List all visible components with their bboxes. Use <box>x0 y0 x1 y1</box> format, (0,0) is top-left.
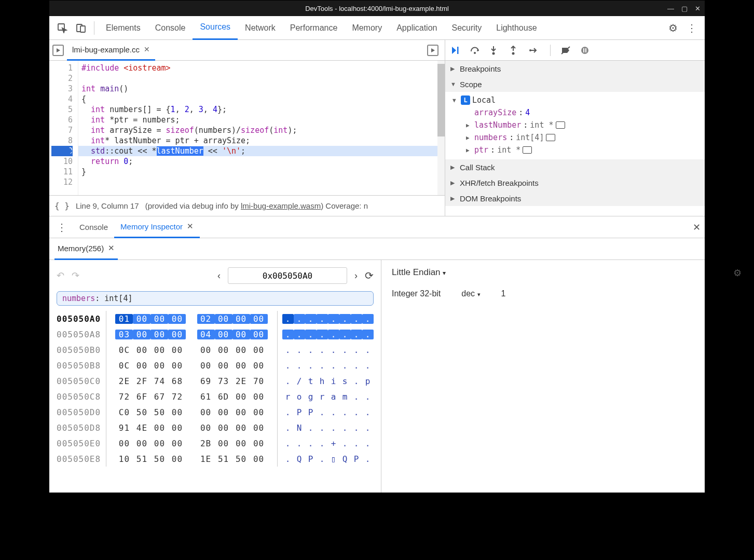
main-tab-memory[interactable]: Memory <box>345 16 389 40</box>
close-file-icon[interactable]: ✕ <box>144 45 150 53</box>
more-menu-icon[interactable]: ⋮ <box>683 19 701 37</box>
endianness-select[interactable]: Little Endian ▾ <box>392 267 446 278</box>
memory-address-input[interactable] <box>228 267 347 284</box>
window-minimize-button[interactable]: — <box>667 5 674 12</box>
drawer-tabstrip: ⋮ ConsoleMemory Inspector✕ ✕ <box>49 216 705 238</box>
svg-rect-2 <box>80 26 85 32</box>
main-tab-sources[interactable]: Sources <box>193 16 238 40</box>
svg-rect-10 <box>583 48 584 52</box>
main-tabstrip: ElementsConsoleSourcesNetworkPerformance… <box>49 16 705 40</box>
editor-scrollbar[interactable] <box>437 61 445 195</box>
navigator-toggle-icon[interactable] <box>52 45 64 56</box>
svg-point-4 <box>474 52 476 54</box>
drawer-tab-memory-inspector[interactable]: Memory Inspector✕ <box>114 216 200 238</box>
accordion-dom-breakpoints[interactable]: ▶DOM Breakpoints <box>445 190 705 206</box>
debugger-toolbar <box>445 40 705 61</box>
svg-point-7 <box>529 49 531 51</box>
drawer-more-icon[interactable]: ⋮ <box>53 221 70 234</box>
code-editor[interactable]: 123456789101112 #include <iostream>int m… <box>49 61 445 195</box>
accordion-breakpoints[interactable]: ▶Breakpoints <box>445 61 705 76</box>
window-titlebar: DevTools - localhost:4000/lmi-bug-exampl… <box>49 1 705 16</box>
reveal-in-memory-icon[interactable] <box>546 134 555 141</box>
svg-point-6 <box>512 52 515 54</box>
page-next-icon[interactable]: › <box>354 270 358 281</box>
step-into-icon[interactable] <box>490 46 500 55</box>
main-tab-console[interactable]: Console <box>148 16 193 40</box>
memory-buffer-tab[interactable]: Memory(256) ✕ <box>54 238 118 260</box>
svg-point-5 <box>492 52 495 54</box>
main-tab-lighthouse[interactable]: Lighthouse <box>489 16 544 40</box>
close-drawer-tab-icon[interactable]: ✕ <box>187 222 194 231</box>
pause-on-exceptions-icon[interactable] <box>581 46 591 54</box>
window-maximize-button[interactable]: ▢ <box>681 5 688 12</box>
step-out-icon[interactable] <box>510 46 520 55</box>
hex-viewer[interactable]: 005050A00100000002000000........005050A8… <box>57 311 374 467</box>
window-close-button[interactable]: ✕ <box>695 5 701 12</box>
step-over-icon[interactable] <box>470 46 481 54</box>
accordion-call-stack[interactable]: ▶Call Stack <box>445 159 705 175</box>
deactivate-breakpoints-icon[interactable] <box>561 46 571 54</box>
window-title: DevTools - localhost:4000/lmi-bug-exampl… <box>305 5 449 12</box>
main-tab-network[interactable]: Network <box>238 16 283 40</box>
close-memory-tab-icon[interactable]: ✕ <box>108 243 115 253</box>
main-tab-application[interactable]: Application <box>389 16 444 40</box>
source-file-tab[interactable]: lmi-bug-example.cc ✕ <box>67 40 155 61</box>
svg-rect-11 <box>585 48 586 52</box>
history-fwd-icon[interactable]: ↷ <box>72 270 79 281</box>
scope-var-arraySize[interactable]: arraySize: 4 <box>453 106 705 119</box>
main-tab-security[interactable]: Security <box>444 16 489 40</box>
scope-var-lastNumber[interactable]: ▶lastNumber: int * <box>453 119 705 131</box>
value-settings-icon[interactable]: ⚙ <box>733 267 742 279</box>
device-toolbar-icon[interactable] <box>72 19 90 37</box>
history-back-icon[interactable]: ↶ <box>57 270 64 281</box>
svg-point-9 <box>581 47 588 54</box>
wasm-source-link[interactable]: lmi-bug-example.wasm <box>241 201 321 210</box>
value-repr-select[interactable]: dec ▾ <box>461 289 480 298</box>
value-type-label: Integer 32-bit <box>392 289 441 298</box>
refresh-icon[interactable]: ⟳ <box>365 269 374 282</box>
reveal-in-memory-icon[interactable] <box>556 121 565 129</box>
file-tab-name: lmi-bug-example.cc <box>72 45 140 54</box>
step-icon[interactable] <box>529 47 540 54</box>
scope-var-ptr[interactable]: ▶ptr: int * <box>453 144 705 156</box>
main-tab-performance[interactable]: Performance <box>283 16 345 40</box>
main-tab-elements[interactable]: Elements <box>99 16 148 40</box>
inspected-value: 1 <box>501 289 506 298</box>
cursor-position: Line 9, Column 17 <box>76 201 139 210</box>
drawer-close-icon[interactable]: ✕ <box>693 222 701 233</box>
drawer-tab-console[interactable]: Console <box>73 216 114 238</box>
accordion-xhr-fetch-breakpoints[interactable]: ▶XHR/fetch Breakpoints <box>445 175 705 190</box>
page-prev-icon[interactable]: ‹ <box>217 270 221 281</box>
run-snippet-icon[interactable] <box>427 45 438 56</box>
pretty-print-icon[interactable]: { } <box>54 201 70 211</box>
accordion-scope[interactable]: ▼Scope <box>445 76 705 92</box>
reveal-in-memory-icon[interactable] <box>523 146 532 154</box>
editor-statusbar: { } Line 9, Column 17 (provided via debu… <box>49 195 445 216</box>
scope-var-numbers[interactable]: ▶numbers: int[4] <box>453 131 705 144</box>
settings-gear-icon[interactable]: ⚙ <box>664 19 682 37</box>
svg-rect-3 <box>457 47 459 54</box>
resume-icon[interactable] <box>450 46 461 55</box>
inspect-element-icon[interactable] <box>53 19 71 37</box>
highlight-pill[interactable]: numbers: int[4] <box>57 291 374 306</box>
